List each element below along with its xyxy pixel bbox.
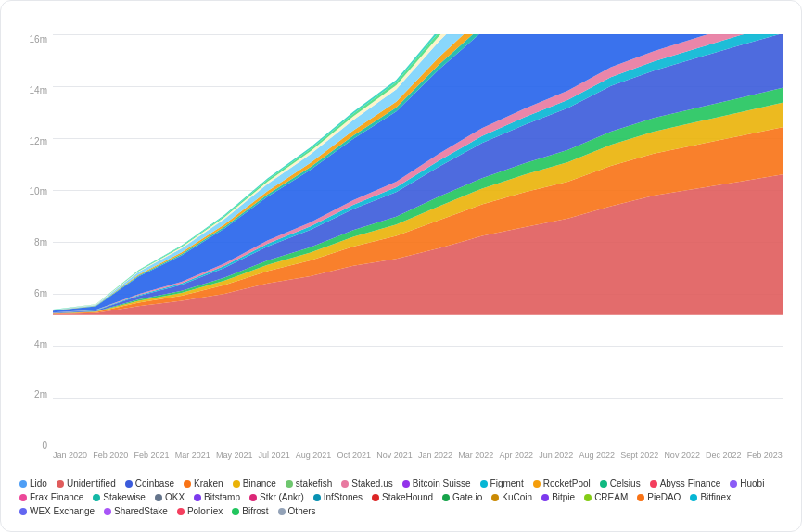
x-axis-label: Apr 2022	[499, 450, 533, 460]
legend-dot	[19, 494, 27, 501]
legend-dot	[533, 480, 541, 488]
legend-dot	[442, 494, 450, 501]
legend-dot	[584, 494, 592, 501]
legend-label: KuCoin	[502, 492, 532, 502]
legend-label: RocketPool	[543, 478, 591, 488]
legend-item: PieDAO	[637, 492, 681, 502]
x-axis-label: Aug 2021	[296, 450, 332, 460]
chart-plot: Jan 2020Feb 2020Feb 2021Mar 2021May 2021…	[53, 34, 783, 471]
legend-item: Bitstamp	[194, 492, 240, 502]
legend-dot	[184, 480, 191, 488]
legend-item: CREAM	[584, 492, 628, 502]
x-axis-label: Jan 2022	[418, 450, 452, 460]
x-axis-label: Aug 2022	[579, 450, 615, 460]
legend-item: Bifrost	[232, 506, 268, 516]
legend: LidoUnidentifiedCoinbaseKrakenBinancesta…	[19, 478, 783, 516]
legend-item: Huobi	[730, 478, 764, 488]
legend-label: StakeHound	[382, 492, 433, 502]
y-axis-label: 4m	[19, 339, 53, 349]
x-axis-label: Mar 2021	[175, 450, 210, 460]
legend-label: Figment	[490, 478, 524, 488]
x-axis-label: May 2021	[216, 450, 253, 460]
y-axis-label: 10m	[19, 186, 53, 196]
legend-dot	[372, 494, 379, 501]
legend-item: Poloniex	[177, 506, 223, 516]
legend-label: Frax Finance	[30, 492, 83, 502]
legend-dot	[402, 480, 410, 488]
legend-item: Gate.io	[442, 492, 482, 502]
y-axis-label: 8m	[19, 237, 53, 247]
legend-label: InfStones	[324, 492, 363, 502]
legend-item: Others	[278, 506, 316, 516]
legend-label: OKX	[165, 492, 185, 502]
chart-container: 02m4m6m8m10m12m14m16m Jan 2020Feb 2020Fe…	[0, 0, 802, 532]
legend-item: Binance	[233, 478, 276, 488]
legend-dot	[93, 494, 100, 501]
legend-dot	[125, 480, 133, 488]
x-axis-label: Sept 2022	[620, 450, 658, 460]
legend-item: StakeHound	[372, 492, 433, 502]
legend-label: Others	[288, 506, 316, 516]
grid-line	[53, 346, 783, 347]
y-axis-label: 14m	[19, 85, 53, 95]
legend-label: Bifrost	[242, 506, 268, 516]
legend-label: Coinbase	[135, 478, 174, 488]
y-axis-label: 12m	[19, 136, 53, 146]
legend-item: Stkr (Ankr)	[249, 492, 304, 502]
legend-dot	[19, 508, 27, 515]
legend-dot	[155, 494, 162, 501]
legend-dot	[233, 480, 240, 488]
legend-label: Kraken	[194, 478, 223, 488]
legend-dot	[491, 494, 499, 501]
legend-dot	[57, 480, 64, 488]
legend-label: Staked.us	[351, 478, 392, 488]
legend-label: PieDAO	[647, 492, 681, 502]
legend-dot	[104, 508, 111, 515]
legend-label: stakefish	[296, 478, 332, 488]
legend-item: Kraken	[184, 478, 223, 488]
legend-item: WEX Exchange	[19, 506, 95, 516]
x-axis-label: Nov 2022	[664, 450, 700, 460]
legend-label: Huobi	[740, 478, 764, 488]
legend-item: Bitcoin Suisse	[402, 478, 471, 488]
y-axis: 02m4m6m8m10m12m14m16m	[19, 34, 53, 471]
y-axis-label: 6m	[19, 288, 53, 298]
legend-item: Lido	[19, 478, 47, 488]
legend-label: Lido	[30, 478, 47, 488]
legend-item: KuCoin	[491, 492, 532, 502]
legend-dot	[286, 480, 293, 488]
legend-item: SharedStake	[104, 506, 168, 516]
legend-dot	[177, 508, 185, 515]
legend-label: Gate.io	[452, 492, 482, 502]
legend-dot	[341, 480, 349, 488]
legend-dot	[232, 508, 239, 515]
legend-dot	[278, 508, 286, 515]
legend-label: WEX Exchange	[30, 506, 95, 516]
x-axis-label: Mar 2022	[458, 450, 493, 460]
legend-dot	[650, 480, 657, 488]
legend-item: Celsius	[600, 478, 641, 488]
legend-item: Bitpie	[541, 492, 575, 502]
legend-item: InfStones	[313, 492, 363, 502]
legend-label: Bitcoin Suisse	[413, 478, 471, 488]
x-axis-label: Jun 2022	[539, 450, 573, 460]
legend-label: Binance	[243, 478, 276, 488]
y-axis-label: 0	[19, 440, 53, 450]
x-axis-label: Jan 2020	[53, 450, 87, 460]
legend-item: Frax Finance	[19, 492, 83, 502]
legend-dot	[249, 494, 257, 501]
legend-dot	[637, 494, 644, 501]
legend-dot	[541, 494, 549, 501]
legend-label: Bitstamp	[204, 492, 240, 502]
legend-item: Staked.us	[341, 478, 392, 488]
x-axis-label: Oct 2021	[337, 450, 372, 460]
legend-label: CREAM	[594, 492, 628, 502]
x-axis-label: Jul 2021	[259, 450, 290, 460]
legend-dot	[600, 480, 607, 488]
legend-item: OKX	[155, 492, 185, 502]
y-axis-label: 2m	[19, 389, 53, 399]
legend-item: Coinbase	[125, 478, 174, 488]
legend-label: Stkr (Ankr)	[260, 492, 304, 502]
legend-item: RocketPool	[533, 478, 591, 488]
legend-label: Bitpie	[552, 492, 575, 502]
